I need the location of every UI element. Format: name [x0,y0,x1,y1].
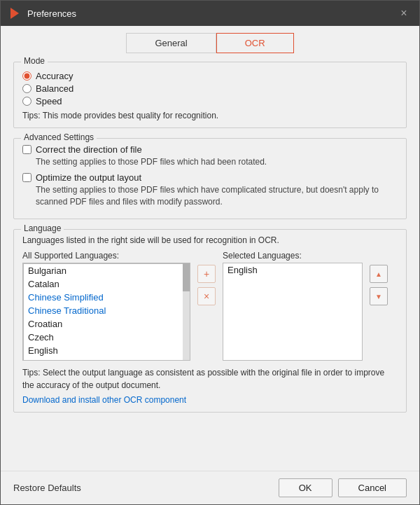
correct-direction-checkbox[interactable] [22,145,31,154]
language-lists: All Supported Languages: Bulgarian Catal… [22,251,398,361]
preferences-dialog: Preferences × General OCR Mode Accuracy … [0,0,420,505]
correct-direction-desc: The setting applies to those PDF files w… [36,156,398,168]
all-languages-list-wrapper: Bulgarian Catalan Chinese Simplified Chi… [22,263,190,361]
mode-speed-radio[interactable] [22,97,31,106]
tab-general[interactable]: General [126,33,216,53]
tab-ocr[interactable]: OCR [216,33,294,53]
list-item[interactable]: English [24,344,183,357]
main-content: Mode Accuracy Balanced Speed Tips: This … [1,53,419,471]
all-languages-label: All Supported Languages: [22,251,190,261]
selected-languages-label: Selected Languages: [223,251,363,261]
mode-speed-label: Speed [36,96,62,106]
language-tips: Tips: Select the output language as cons… [22,366,398,392]
close-button[interactable]: × [396,5,412,22]
correct-direction-item: Correct the direction of file [22,144,398,155]
list-item[interactable]: Czech [24,331,183,344]
restore-defaults-button[interactable]: Restore Defaults [13,483,81,493]
mode-balanced-item: Balanced [22,83,398,94]
selected-languages-col: Selected Languages: English [223,251,363,361]
advanced-section-label: Advanced Settings [21,132,97,142]
list-item[interactable]: Croatian [24,317,183,331]
list-item[interactable]: Bulgarian [24,264,183,277]
mode-radio-group: Accuracy Balanced Speed [22,71,398,106]
cancel-button[interactable]: Cancel [338,478,407,497]
mode-balanced-radio[interactable] [22,84,31,93]
mode-section-label: Mode [21,56,48,66]
tab-bar: General OCR [1,26,419,53]
titlebar: Preferences × [1,1,419,26]
footer-action-buttons: OK Cancel [279,478,407,497]
scrollbar-track [183,263,190,360]
svg-marker-0 [10,8,19,19]
correct-direction-label: Correct the direction of file [36,144,142,155]
mode-accuracy-item: Accuracy [22,71,398,81]
mode-tips: Tips: This mode provides best quality fo… [22,111,398,120]
advanced-section: Advanced Settings Correct the direction … [13,138,407,219]
language-section-label: Language [21,223,64,233]
remove-language-button[interactable]: × [197,287,216,305]
dialog-title: Preferences [27,8,396,19]
mode-accuracy-radio[interactable] [22,71,31,81]
mode-accuracy-label: Accuracy [36,71,73,81]
list-item[interactable]: French [24,357,183,361]
all-languages-col: All Supported Languages: Bulgarian Catal… [22,251,190,361]
optimize-layout-desc: The setting applies to those PDF files w… [36,184,398,208]
selected-languages-list[interactable]: English [223,263,363,361]
scrollbar-thumb[interactable] [183,263,190,291]
language-transfer-buttons: + × [195,251,218,305]
list-item[interactable]: English [223,263,362,277]
language-section: Language Languages listed in the right s… [13,229,407,413]
download-ocr-link[interactable]: Download and install other OCR component [22,395,186,405]
move-up-button[interactable]: ▲ [370,265,388,283]
add-language-button[interactable]: + [197,265,216,283]
all-languages-list[interactable]: Bulgarian Catalan Chinese Simplified Chi… [23,263,184,361]
mode-section: Mode Accuracy Balanced Speed Tips: This … [13,62,407,128]
dialog-footer: Restore Defaults OK Cancel [1,471,419,504]
list-item[interactable]: Catalan [24,277,183,291]
optimize-layout-label: Optimize the output layout [36,172,141,183]
list-item[interactable]: Chinese Traditional [24,304,183,317]
move-down-button[interactable]: ▼ [370,287,388,305]
optimize-layout-checkbox[interactable] [22,173,31,182]
ok-button[interactable]: OK [279,478,332,497]
mode-speed-item: Speed [22,96,398,106]
app-icon [8,6,22,20]
optimize-layout-item: Optimize the output layout [22,172,398,183]
mode-balanced-label: Balanced [36,83,74,94]
list-item[interactable]: Chinese Simplified [24,291,183,304]
language-order-buttons: ▲ ▼ [367,251,391,305]
language-intro: Languages listed in the right side will … [22,235,398,245]
